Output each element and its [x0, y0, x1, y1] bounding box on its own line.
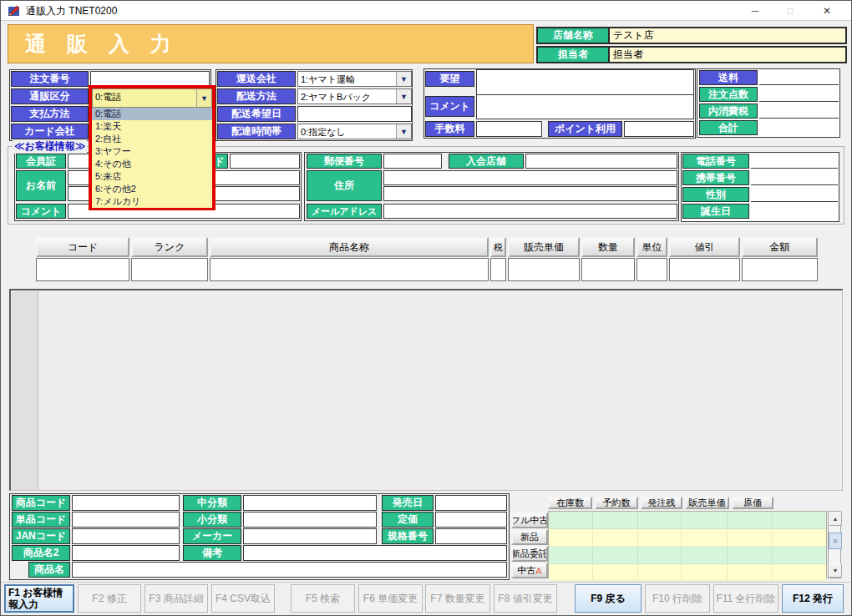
- shipping-fee-field[interactable]: [759, 70, 839, 85]
- carrier-select[interactable]: 1:ヤマト運輸 ▼: [297, 71, 412, 87]
- category-option[interactable]: 2:自社: [92, 133, 212, 145]
- join-store-label: 入会店舗: [449, 154, 524, 169]
- category-option[interactable]: 5:来店: [92, 170, 212, 183]
- order-comment-field[interactable]: [476, 94, 694, 119]
- category-dropdown: 0:電話 ▼ 0:電話 1:楽天 2:自社 3:ヤフー 4:その他 5:来店 6…: [89, 85, 216, 210]
- store-name-row: 店舗名称 テスト店: [536, 27, 847, 44]
- delivery-time-value: 0:指定なし: [298, 124, 396, 139]
- birthday-field[interactable]: [751, 204, 838, 219]
- mobile-field[interactable]: [751, 170, 838, 185]
- single-code-field[interactable]: [72, 512, 180, 528]
- stock-data-grid: [548, 511, 827, 578]
- stock-row-used-a: 中古A: [511, 563, 548, 578]
- chevron-down-icon[interactable]: ▼: [396, 72, 411, 86]
- stock-col-reserved: 予約数: [595, 497, 638, 509]
- f1-customer-info-button[interactable]: F1 お客様情報入力: [4, 584, 74, 613]
- zip-label: 郵便番号: [307, 154, 382, 169]
- hidden-label-field[interactable]: [230, 154, 300, 169]
- staff-value[interactable]: 担当者: [609, 48, 845, 62]
- request-field[interactable]: [476, 69, 694, 95]
- page-title: 通 販 入 力: [8, 25, 533, 63]
- category-option[interactable]: 6:その他2: [92, 183, 212, 195]
- category-select[interactable]: 0:電話 ▼: [92, 88, 212, 108]
- items-list-area[interactable]: [9, 289, 843, 491]
- list-price-field[interactable]: [435, 512, 507, 528]
- f12-issue-button[interactable]: F12 発行: [782, 584, 844, 613]
- points-field[interactable]: [624, 121, 694, 137]
- entry-cell-qty[interactable]: [581, 258, 635, 281]
- chevron-down-icon[interactable]: ▼: [196, 89, 211, 107]
- stock-scrollbar[interactable]: ▲ ≡ ▼: [828, 511, 841, 578]
- chevron-down-icon[interactable]: ▼: [396, 124, 411, 139]
- store-name-value[interactable]: テスト店: [609, 28, 845, 43]
- category-option[interactable]: 4:その他: [92, 158, 212, 170]
- entry-cell-amount[interactable]: [742, 258, 818, 281]
- maximize-button[interactable]: □: [774, 1, 806, 20]
- category-option[interactable]: 7:メルカリ: [92, 195, 212, 208]
- product-name2-field[interactable]: [72, 545, 180, 561]
- scroll-up-icon[interactable]: ▲: [829, 512, 842, 526]
- scroll-down-icon[interactable]: ▼: [829, 563, 842, 578]
- entry-cell-unit[interactable]: [636, 258, 667, 281]
- stock-col-backorder: 発注残: [641, 497, 682, 509]
- close-button[interactable]: ✕: [809, 1, 844, 20]
- minimize-button[interactable]: ─: [739, 1, 771, 20]
- maker-field[interactable]: [243, 528, 377, 544]
- ship-date-field[interactable]: [297, 106, 412, 122]
- entry-cell-code[interactable]: [36, 258, 129, 281]
- customer-name-label: お名前: [16, 170, 66, 201]
- carrier-label: 運送会社: [217, 71, 296, 87]
- mid-class-field[interactable]: [243, 495, 377, 511]
- zip-field[interactable]: [383, 154, 442, 169]
- stock-row-label: 新品委託: [511, 548, 548, 560]
- address-field-1[interactable]: [383, 170, 677, 185]
- product-name-label: 商品名: [28, 562, 70, 578]
- customer-comment-label: コメント: [16, 204, 66, 219]
- store-name-label: 店舗名称: [538, 28, 609, 43]
- release-date-field[interactable]: [435, 495, 507, 511]
- entry-cell-product-name[interactable]: [210, 258, 489, 281]
- ship-method-select[interactable]: 2:ヤマトBパック ▼: [297, 88, 412, 104]
- entry-cell-unit-price[interactable]: [508, 258, 580, 281]
- delivery-time-select[interactable]: 0:指定なし ▼: [297, 124, 412, 139]
- ship-date-label: 配送希望日: [217, 106, 296, 122]
- note-field[interactable]: [243, 545, 507, 561]
- stock-data-row: [549, 564, 826, 581]
- mobile-label: 携帯番号: [682, 170, 749, 185]
- stock-data-row: [549, 512, 826, 529]
- scrollbar-thumb[interactable]: ≡: [829, 533, 842, 549]
- join-store-field[interactable]: [525, 154, 677, 169]
- product-code-field[interactable]: [72, 495, 180, 511]
- standard-no-field[interactable]: [435, 528, 507, 544]
- product-name-field[interactable]: [72, 562, 507, 578]
- release-date-label: 発売日: [382, 495, 434, 511]
- entry-cell-rank[interactable]: [131, 258, 208, 281]
- order-number-label: 注文番号: [11, 71, 89, 87]
- f9-back-button[interactable]: F9 戻る: [575, 584, 642, 613]
- fee-label: 手数料: [425, 121, 474, 137]
- included-tax-field: [759, 104, 839, 119]
- f5-search-button: F5 検索: [291, 584, 355, 613]
- gender-field[interactable]: [751, 187, 838, 202]
- col-header-qty: 数量: [581, 237, 635, 257]
- delivery-time-label: 配達時間帯: [217, 124, 296, 139]
- col-header-code: コード: [36, 237, 129, 257]
- page-banner: 通 販 入 力: [8, 24, 534, 63]
- phone-label: 電話番号: [682, 154, 749, 169]
- jan-code-field[interactable]: [72, 528, 180, 544]
- category-option[interactable]: 1:楽天: [92, 120, 212, 133]
- email-field[interactable]: [383, 204, 677, 219]
- category-option[interactable]: 3:ヤフー: [92, 145, 212, 158]
- small-class-field[interactable]: [243, 512, 377, 528]
- stock-row-full-used: フル中古: [511, 512, 548, 528]
- email-label: メールアドレス: [307, 204, 382, 219]
- fee-field[interactable]: [476, 121, 542, 137]
- address-field-2[interactable]: [383, 186, 677, 201]
- entry-cell-tax[interactable]: [490, 258, 506, 281]
- category-option[interactable]: 0:電話: [92, 108, 212, 120]
- chevron-down-icon[interactable]: ▼: [396, 89, 411, 104]
- entry-cell-discount[interactable]: [669, 258, 740, 281]
- category-label: 通販区分: [11, 88, 89, 104]
- stock-col-cost: 原価: [732, 497, 773, 509]
- phone-field[interactable]: [751, 154, 838, 169]
